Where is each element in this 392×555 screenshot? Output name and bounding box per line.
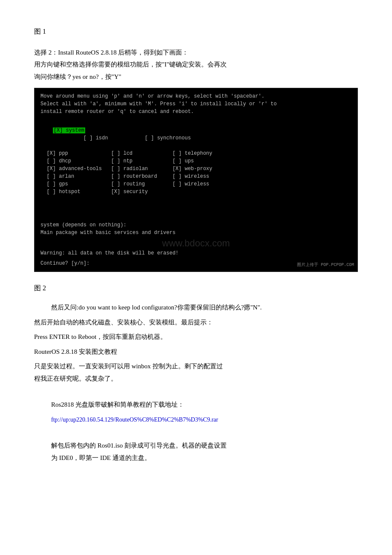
terminal-item-row2: [ ] dhcp [ ] ntp [ ] ups <box>40 157 352 165</box>
body-para2: Press ENTER to Reboot，按回车重新启动机器。 <box>34 331 358 343</box>
terminal-watermark: www.bdocx.com <box>162 236 230 250</box>
download-label: Ros2818 光盘版带破解和简单教程的下载地址： <box>51 399 358 411</box>
system-highlight: [X] system <box>53 127 85 133</box>
intro-line3: 询问你继续？yes or no?，按"Y" <box>34 73 121 80</box>
ftp-url: ftp://up:up220.160.54.129/RouteOS%C8%ED%… <box>51 413 358 426</box>
terminal-header3: install remote router or 'q' to cancel a… <box>40 108 352 116</box>
terminal-footer1: system (depends on nothing): <box>40 221 352 229</box>
terminal-item-row5: [ ] gps [ ] routing [ ] wireless <box>40 180 352 188</box>
terminal-screenshot: Move around menu using 'p' and 'n' or ar… <box>34 88 358 272</box>
figure2-label: 图 2 <box>34 282 358 295</box>
terminal-header2: Select all with 'a', minimum with 'M'. P… <box>40 100 352 108</box>
body-para1-line2: 然后开始自动的格式化磁盘、安装核心、安装模组。最后提示： <box>34 316 358 329</box>
terminal-footer2: Main package with basic services and dri… <box>40 229 352 237</box>
terminal-item-row3: [X] advanced-tools [ ] radiolan [X] web-… <box>40 165 352 173</box>
terminal-item-row4: [ ] arlan [ ] routerboard [ ] wireless <box>40 173 352 180</box>
body-para4: 只是安装过程。一直安装到可以用 winbox 控制为止。剩下的配置过 程我正在研… <box>34 360 358 384</box>
figure1-label: 图 1 <box>34 26 358 38</box>
terminal-header1: Move around menu using 'p' and 'n' or ar… <box>40 92 352 100</box>
terminal-item-row1: [X] ppp [ ] lcd [ ] telephony <box>40 150 352 157</box>
unpack-text: 解包后将包内的 Ros01.iso 刻录成可引导光盘。机器的硬盘设置 为 IDE… <box>51 439 358 464</box>
terminal-item-row6: [ ] hotspot [X] security <box>40 188 352 196</box>
intro-line2: 用方向键和空格选择你需要的模组功能后，按"I"键确定安装。会再次 <box>34 61 227 68</box>
terminal-item-row0: [X] system [ ] isdn [ ] synchronous <box>40 119 352 150</box>
intro-text-block: 选择 2：Install RouteOS 2.8.18 后稍等，得到如下画面： … <box>34 46 358 83</box>
body-para3: RouterOS 2.8.18 安装图文教程 <box>34 346 358 358</box>
terminal-warning: Warning: all data on the disk will be er… <box>40 249 352 257</box>
intro-line1: 选择 2：Install RouteOS 2.8.18 后稍等，得到如下画面： <box>34 49 189 56</box>
body-para1: 然后又问:do you want to keep lod configurato… <box>51 301 358 314</box>
terminal-source: 图片上传于 POP.PCPOP.COM <box>297 262 354 268</box>
